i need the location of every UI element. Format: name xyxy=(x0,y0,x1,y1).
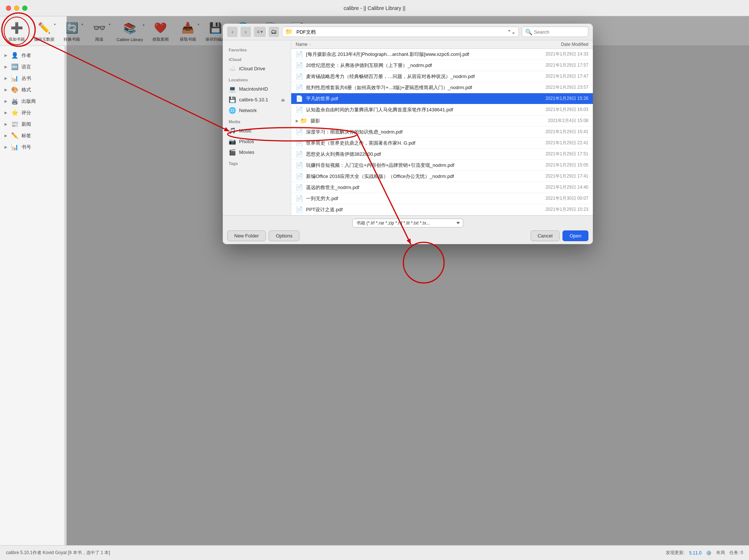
sidebar-item-author[interactable]: ▶ 👤 作者 xyxy=(0,50,64,61)
eject-icon[interactable]: ⏏ xyxy=(281,97,285,102)
search-icon: 🔍 xyxy=(525,28,533,36)
sidebar-item-series[interactable]: ▶ 📊 丛书 xyxy=(0,72,64,84)
file-date: 2021年1月29日 15:41 xyxy=(522,129,588,135)
file-date: 2021年1月29日 16:03 xyxy=(522,107,588,113)
search-input[interactable] xyxy=(534,29,585,35)
window-controls xyxy=(6,6,27,11)
folder-button[interactable]: 🗂 xyxy=(269,27,279,37)
file-date: 2021年1月29日 14:33 xyxy=(522,51,588,57)
sidebar-item-language[interactable]: ▶ 🔤 语言 xyxy=(0,61,64,72)
file-row[interactable]: 📄[每月摄影杂志 2013年4月]Photograph....archant.影… xyxy=(291,49,593,60)
settings-icon: ⚙️ xyxy=(706,550,712,556)
file-name: 麦肯锡战略思考力（经典畅销百万册，…问题，从容应对各种状况）_nodrm.pdf xyxy=(306,73,522,80)
file-name: PPT设计之道.pdf xyxy=(306,206,522,213)
expand-arrow-icon: ▶ xyxy=(296,119,299,123)
cancel-button[interactable]: Cancel xyxy=(531,230,560,241)
photos-icon: 📷 xyxy=(229,138,236,145)
filter-row: 书籍 (*.lrf *.rar *.zip *.rtf *.lit *.txt … xyxy=(227,219,588,227)
search-box[interactable]: 🔍 xyxy=(522,27,588,37)
file-row[interactable]: ▶📁摄影2021年2月4日 15:08 xyxy=(291,115,593,126)
back-button[interactable]: ‹ xyxy=(227,27,238,37)
file-date: 2021年1月29日 17:57 xyxy=(522,62,588,68)
network-icon: 🌐 xyxy=(229,107,236,114)
sidebar-item-rating[interactable]: ▶ ⭐ 评分 xyxy=(0,107,64,118)
file-row[interactable]: 📄认知盈余自由时间的力量腾讯掌门人马化腾首度亲笔作序1438641.pdf202… xyxy=(291,104,593,115)
file-name: 遥远的救世主_nodrm.pdf xyxy=(306,184,522,191)
new-folder-button[interactable]: New Folder xyxy=(227,230,266,241)
file-date: 2021年1月29日 15:26 xyxy=(522,95,588,102)
update-version-link[interactable]: 5.11.0 xyxy=(689,550,701,556)
file-list: 📄[每月摄影杂志 2013年4月]Photograph....archant.影… xyxy=(291,49,593,215)
date-column-header[interactable]: Date Modified xyxy=(522,42,588,47)
icloud-drive-icon: ☁️ xyxy=(229,65,236,72)
close-button[interactable] xyxy=(6,6,11,11)
sidebar-item-movies[interactable]: 🎬 Movies xyxy=(223,147,291,158)
file-name: 一到无穷大.pdf xyxy=(306,195,522,202)
edit-meta-button[interactable]: ✏️ 编辑元数据 ▾ xyxy=(31,17,57,44)
file-row[interactable]: 📄平凡的世界.pdf2021年1月29日 15:26 xyxy=(291,93,593,104)
icloud-drive-label: iCloud Drive xyxy=(239,66,265,71)
file-date: 2021年2月4日 15:08 xyxy=(522,118,588,124)
maximize-button[interactable] xyxy=(22,6,27,11)
view-button[interactable]: ≡ ▾ xyxy=(254,27,266,37)
file-row[interactable]: 📄麦肯锡战略思考力（经典畅销百万册，…问题，从容应对各种状况）_nodrm.pd… xyxy=(291,71,593,82)
file-name: 认知盈余自由时间的力量腾讯掌门人马化腾首度亲笔作序1438641.pdf xyxy=(306,107,522,113)
file-date: 2021年1月29日 17:47 xyxy=(522,73,588,80)
music-icon: 🎵 xyxy=(229,127,236,134)
sidebar-item-barcode[interactable]: ▶ 📊 书号 xyxy=(0,141,64,153)
file-name: 平凡的世界.pdf xyxy=(306,95,522,102)
main-area: ▶ 👤 作者 ▶ 🔤 语言 ▶ 📊 丛书 ▶ 🎨 格式 ▶ 🖨️ 出版商 ▶ ⭐… xyxy=(0,46,749,545)
location-arrow-icon: ⌃⌄ xyxy=(507,29,515,35)
sidebar-item-photos[interactable]: 📷 Photos xyxy=(223,136,291,147)
sidebar-item-tags[interactable]: ▶ ✏️ 标签 xyxy=(0,130,64,141)
calibre-version-info: calibre 5.10.1作者 Kovid Goyal [9 本书，选中了 1… xyxy=(6,550,110,555)
file-type-filter[interactable]: 书籍 (*.lrf *.rar *.zip *.rtf *.lit *.txt … xyxy=(352,219,463,227)
add-book-button[interactable]: ➕ 添加书籍 xyxy=(4,17,30,45)
file-row[interactable]: 📄20世纪思想史：从弗洛伊德到互联网（上下册）_nodrm.pdf2021年1月… xyxy=(291,60,593,71)
file-name: 深度学习：彻底解决你的知识焦虑_nodrm.pdf xyxy=(306,129,522,135)
location-folder-icon: 📁 xyxy=(285,28,293,35)
dialog-bottom: 书籍 (*.lrf *.rar *.zip *.rtf *.lit *.txt … xyxy=(223,215,593,244)
sidebar-item-news[interactable]: ▶ 📰 新闻 xyxy=(0,118,64,130)
pdf-icon: 📄 xyxy=(296,84,303,91)
open-button[interactable]: Open xyxy=(562,230,588,241)
options-button[interactable]: Options xyxy=(269,230,299,241)
file-row[interactable]: 📄世界简史（世界史抗鼎之作，英国著名作家H. G.pdf2021年1月29日 2… xyxy=(291,138,593,149)
sidebar-item-network[interactable]: 🌐 Network xyxy=(223,105,291,116)
dialog-body: Favorites iCloud ☁️ iCloud Drive Locatio… xyxy=(223,40,593,215)
dialog-overlay: ‹ › ≡ ▾ 🗂 📁 PDF文档 ⌃⌄ 🔍 xyxy=(67,16,749,545)
minimize-button[interactable] xyxy=(14,6,19,11)
sidebar-item-calibre[interactable]: 💾 calibre-5.10.1 ⏏ xyxy=(223,94,291,105)
file-row[interactable]: 📄新编Office 2016应用大全（实战精版）（Office办公无忧）_nod… xyxy=(291,171,593,182)
sidebar-item-music[interactable]: 🎵 Music xyxy=(223,125,291,136)
file-date: 2021年1月29日 14:40 xyxy=(522,184,588,190)
file-row[interactable]: 📄批判性思维套装共6册（如何高效学习+...3版)+逻辑思维简易入门）_nodr… xyxy=(291,82,593,93)
file-row[interactable]: 📄遥远的救世主_nodrm.pdf2021年1月29日 14:40 xyxy=(291,182,593,193)
forward-button[interactable]: › xyxy=(241,27,251,37)
file-row[interactable]: 📄玩赚抖音短视频：入门定位+内容创作+品牌营销+引流变现_nodrm.pdf20… xyxy=(291,160,593,171)
sidebar-item-format[interactable]: ▶ 🎨 格式 xyxy=(0,84,64,95)
location-dropdown[interactable]: 📁 PDF文档 ⌃⌄ xyxy=(282,27,519,37)
calibre-label: calibre-5.10.1 xyxy=(239,97,268,102)
movies-icon: 🎬 xyxy=(229,149,236,156)
dialog-toolbar: ‹ › ≡ ▾ 🗂 📁 PDF文档 ⌃⌄ 🔍 xyxy=(223,24,593,40)
folder-icon: 📁 xyxy=(300,117,308,124)
favorites-section: Favorites xyxy=(223,44,291,54)
pdf-icon: 📄 xyxy=(296,128,303,135)
sidebar-item-publisher[interactable]: ▶ 🖨️ 出版商 xyxy=(0,95,64,107)
settings-label[interactable]: 布局 xyxy=(716,550,725,556)
file-date: 2021年1月29日 22:41 xyxy=(522,140,588,146)
sidebar-item-macintosh-hd[interactable]: 💻 MacintoshHD xyxy=(223,84,291,94)
pdf-icon: 📄 xyxy=(296,95,303,102)
file-row[interactable]: 📄PPT设计之道.pdf2021年1月29日 15:23 xyxy=(291,204,593,215)
file-row[interactable]: 📄思想史从火到弗洛伊德3822000.pdf2021年1月29日 17:51 xyxy=(291,149,593,160)
pdf-icon: 📄 xyxy=(296,51,303,58)
file-name: [每月摄影杂志 2013年4月]Photograph....archant.影印… xyxy=(306,51,522,58)
file-row[interactable]: 📄深度学习：彻底解决你的知识焦虑_nodrm.pdf2021年1月29日 15:… xyxy=(291,126,593,138)
file-row[interactable]: 📄一到无穷大.pdf2021年1月30日 00:07 xyxy=(291,193,593,204)
sort-arrow-icon: ↑ xyxy=(309,43,311,47)
file-date: 2021年1月29日 15:05 xyxy=(522,162,588,168)
name-column-header[interactable]: Name ↑ xyxy=(296,42,522,47)
sidebar-item-icloud-drive[interactable]: ☁️ iCloud Drive xyxy=(223,63,291,74)
pdf-icon: 📄 xyxy=(296,162,303,169)
